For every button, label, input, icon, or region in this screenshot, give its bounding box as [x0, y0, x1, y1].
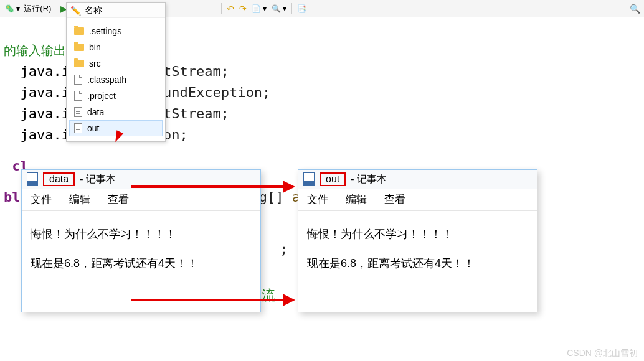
notepad-app-suffix: - 记事本: [80, 173, 116, 186]
open-view-icon[interactable]: 📑: [296, 3, 308, 14]
notepad-body[interactable]: 悔恨！为什么不学习！！！！ 现在是6.8，距离考试还有4天！！: [298, 211, 537, 287]
notepad-filename: out: [320, 172, 346, 186]
notepad-menu: 文件 编辑 查看: [22, 189, 260, 211]
pencil-icon: ✏️: [70, 6, 81, 16]
search-doc-icon[interactable]: 🔍 ▾: [270, 3, 288, 14]
file-icon: [74, 91, 82, 101]
notepad-titlebar[interactable]: out - 记事本: [298, 170, 537, 189]
separator: [55, 3, 55, 14]
nav-fwd-icon[interactable]: ↷: [238, 2, 248, 15]
dropdown-list: .settings bin src .classpath .project da…: [67, 18, 165, 141]
text-file-icon: [74, 107, 82, 117]
notepad-titlebar[interactable]: data - 记事本: [22, 170, 260, 189]
menu-view[interactable]: 查看: [108, 192, 129, 207]
folder-icon: [74, 44, 84, 51]
file-item-src[interactable]: src: [69, 55, 163, 72]
notepad-data-window[interactable]: data - 记事本 文件 编辑 查看 悔恨！为什么不学习！！！！ 现在是6.8…: [21, 169, 261, 312]
menu-edit[interactable]: 编辑: [346, 192, 367, 207]
nav-back-icon[interactable]: ↶: [225, 2, 235, 15]
menu-run-fragment[interactable]: 运行(R): [24, 3, 51, 14]
file-item-classpath[interactable]: .classpath: [69, 72, 163, 88]
notepad-icon: [303, 172, 315, 186]
file-icon: [74, 75, 82, 85]
file-dropdown[interactable]: ✏️ 名称 .settings bin src .classpath .proj…: [66, 2, 166, 142]
folder-icon: [74, 27, 84, 35]
notepad-icon: [27, 172, 38, 186]
notepad-line: 现在是6.8，距离考试还有4天！！: [307, 249, 528, 278]
notepad-body[interactable]: 悔恨！为什么不学习！！！！ 现在是6.8，距离考试还有4天！！: [22, 211, 260, 287]
watermark: CSDN @北山雪初: [567, 348, 638, 359]
menu-file[interactable]: 文件: [307, 192, 328, 207]
separator: [291, 3, 292, 14]
file-item-settings[interactable]: .settings: [69, 23, 163, 39]
file-item-project[interactable]: .project: [69, 88, 163, 104]
notepad-filename: data: [43, 172, 75, 186]
notepad-out-window[interactable]: out - 记事本 文件 编辑 查看 悔恨！为什么不学习！！！！ 现在是6.8，…: [298, 169, 537, 312]
menu-edit[interactable]: 编辑: [69, 192, 90, 207]
notepad-line: 现在是6.8，距离考试还有4天！！: [31, 249, 252, 278]
menu-view[interactable]: 查看: [384, 192, 405, 207]
menu-file[interactable]: 文件: [31, 192, 52, 207]
file-item-bin[interactable]: bin: [69, 39, 163, 55]
dropdown-header-label: 名称: [85, 5, 102, 16]
search-icon[interactable]: 🔍: [630, 4, 640, 14]
file-item-data[interactable]: data: [69, 104, 163, 120]
folder-icon: [74, 60, 84, 67]
separator: [221, 3, 222, 14]
text-file-icon: [74, 123, 82, 133]
notepad-line: 悔恨！为什么不学习！！！！: [31, 220, 252, 249]
debug-icon[interactable]: 🦠 ▾: [4, 3, 21, 14]
notepad-menu: 文件 编辑 查看: [298, 189, 537, 211]
dropdown-header: ✏️ 名称: [67, 3, 165, 18]
notepad-line: 悔恨！为什么不学习！！！！: [307, 220, 528, 249]
perspective-icon[interactable]: 📄 ▾: [250, 3, 268, 14]
notepad-app-suffix: - 记事本: [351, 173, 387, 186]
